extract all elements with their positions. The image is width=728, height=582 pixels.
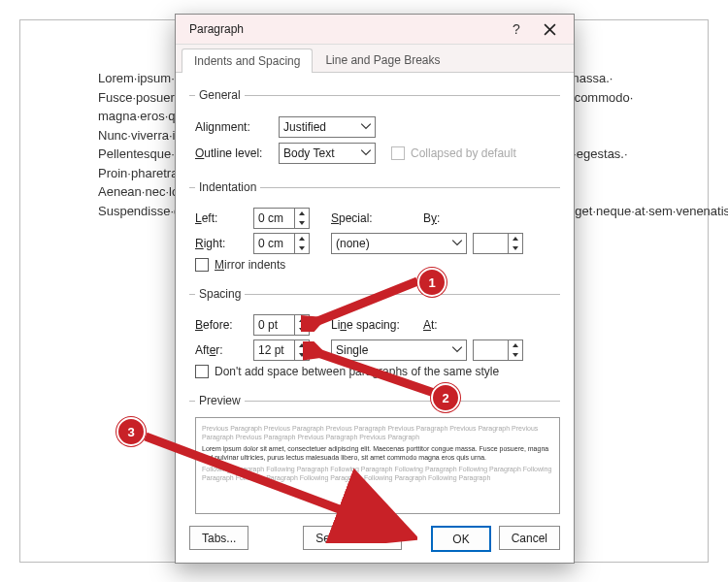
spacing-after-label: After: [195, 343, 253, 357]
chevron-down-icon [360, 146, 372, 158]
close-icon [544, 23, 556, 36]
line-spacing-select[interactable]: Single [331, 340, 467, 361]
chevron-down-icon [360, 120, 372, 132]
indent-left-label: Left: [195, 211, 253, 225]
chevron-down-icon [451, 237, 463, 248]
indent-left-spin[interactable]: 0 cm [253, 208, 310, 229]
set-as-default-button[interactable]: Set As Default [303, 526, 402, 550]
group-spacing: Spacing Before: 0 pt Line spacing: At: A… [189, 287, 560, 384]
spin-up-icon[interactable] [295, 209, 309, 218]
spacing-at-label: At: [423, 318, 478, 332]
dialog-button-row: Tabs... Set As Default OK Cancel [189, 526, 560, 552]
dont-add-space-checkbox[interactable]: Don't add space between paragraphs of th… [195, 365, 560, 378]
spacing-after-spin[interactable]: 12 pt [253, 340, 310, 361]
spin-up-icon[interactable] [295, 234, 309, 243]
legend-preview: Preview [195, 394, 245, 407]
legend-general: General [195, 88, 245, 102]
legend-indentation: Indentation [195, 180, 260, 194]
annotation-badge-3: 3 [116, 417, 146, 446]
tab-indents-spacing[interactable]: Indents and Spacing [182, 48, 313, 73]
indent-special-label: Special: [331, 211, 423, 225]
spin-down-icon[interactable] [295, 218, 309, 228]
cancel-button[interactable]: Cancel [499, 526, 560, 550]
spacing-at-spin[interactable] [473, 340, 523, 361]
spin-down-icon[interactable] [295, 350, 309, 360]
tabs-button[interactable]: Tabs... [189, 526, 248, 550]
spin-down-icon[interactable] [295, 243, 309, 253]
spacing-before-label: Before: [195, 318, 253, 332]
spin-up-icon[interactable] [509, 234, 522, 243]
dialog-title: Paragraph [183, 22, 500, 36]
spin-down-icon[interactable] [509, 350, 522, 360]
spin-down-icon[interactable] [509, 243, 522, 253]
tab-line-page-breaks[interactable]: Line and Page Breaks [313, 48, 452, 72]
group-general: General Alignment: Justified Outline lev… [189, 88, 560, 171]
dialog-titlebar: Paragraph ? [176, 15, 574, 45]
line-spacing-label: Line spacing: [331, 318, 423, 332]
ok-button[interactable]: OK [431, 526, 490, 552]
indent-right-spin[interactable]: 0 cm [253, 233, 310, 254]
spin-up-icon[interactable] [509, 340, 522, 350]
outline-level-select[interactable]: Body Text [279, 143, 376, 164]
outline-level-label: Outline level: [195, 146, 273, 160]
dialog-tabs: Indents and Spacing Line and Page Breaks [176, 45, 574, 73]
spin-down-icon[interactable] [295, 325, 309, 335]
alignment-select[interactable]: Justified [279, 116, 376, 138]
chevron-down-icon [451, 343, 463, 355]
spacing-before-spin[interactable]: 0 pt [253, 314, 310, 336]
indent-by-label: By: [423, 211, 478, 225]
annotation-badge-2: 2 [431, 383, 460, 412]
help-icon: ? [513, 21, 520, 37]
indent-special-select[interactable]: (none) [331, 233, 467, 254]
group-preview: Preview Previous Paragraph Previous Para… [189, 394, 560, 516]
collapsed-checkbox: Collapsed by default [391, 146, 516, 160]
close-button[interactable] [533, 18, 566, 40]
mirror-indents-checkbox[interactable]: Mirror indents [195, 258, 560, 272]
spin-up-icon[interactable] [295, 315, 309, 325]
preview-box: Previous Paragraph Previous Paragraph Pr… [195, 417, 560, 514]
group-indentation: Indentation Left: 0 cm Special: By: Righ… [189, 180, 560, 277]
spin-up-icon[interactable] [295, 340, 309, 350]
annotation-badge-1: 1 [417, 268, 447, 297]
legend-spacing: Spacing [195, 287, 245, 301]
indent-by-spin[interactable] [473, 233, 523, 254]
paragraph-dialog: Paragraph ? Indents and Spacing Line and… [175, 14, 575, 564]
alignment-label: Alignment: [195, 120, 273, 134]
help-button[interactable]: ? [500, 18, 533, 40]
indent-right-label: Right: [195, 237, 253, 250]
